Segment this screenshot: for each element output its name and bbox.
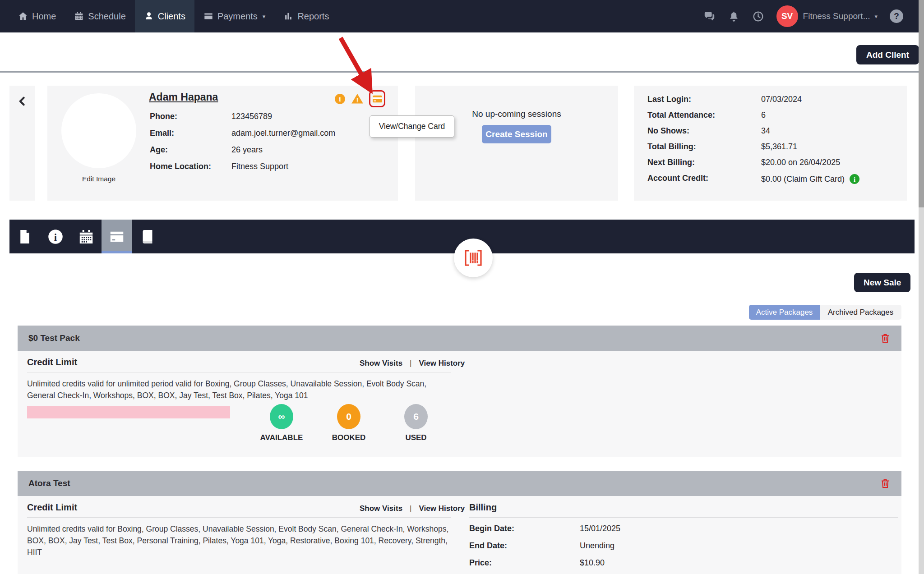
add-client-label: Add Client xyxy=(866,50,909,60)
nav-item-reports[interactable]: Reports xyxy=(274,0,338,32)
avatar[interactable]: SV xyxy=(776,5,798,27)
package-header: Atora Test xyxy=(18,471,901,496)
billing-heading: Billing xyxy=(469,502,497,513)
new-sale-button[interactable]: New Sale xyxy=(854,273,910,292)
account-label: Fitness Support... xyxy=(803,11,870,21)
nav-item-label: Clients xyxy=(158,11,185,22)
field-label: Age: xyxy=(150,145,231,155)
bell-icon[interactable] xyxy=(728,10,740,23)
stat-value: 07/03/2024 xyxy=(761,95,860,104)
barcode-badge[interactable] xyxy=(454,239,493,277)
header-divider xyxy=(0,71,924,73)
info-icon[interactable]: i xyxy=(334,93,346,105)
profile-status-icons: i ! xyxy=(334,90,385,107)
create-session-button[interactable]: Create Session xyxy=(482,125,551,143)
navbar-right: SV Fitness Support... ▾ ? xyxy=(703,0,924,32)
gift-card-info-icon[interactable]: i xyxy=(849,174,860,184)
counter-label: BOOKED xyxy=(324,433,374,442)
field-value: 123456789 xyxy=(231,112,335,121)
warning-icon[interactable]: ! xyxy=(351,92,364,105)
nav-item-schedule[interactable]: Schedule xyxy=(65,0,134,32)
card-icon xyxy=(203,11,213,21)
chevron-down-icon: ▾ xyxy=(263,13,266,20)
tab-notes[interactable] xyxy=(132,220,163,253)
bar-chart-icon xyxy=(283,11,293,21)
credit-limit-heading: Credit Limit xyxy=(27,357,77,367)
active-packages-tab[interactable]: Active Packages xyxy=(749,305,820,320)
file-icon xyxy=(17,229,33,245)
svg-text:!: ! xyxy=(356,96,359,104)
stat-label: Next Billing: xyxy=(647,158,761,167)
profile-fields: Phone: 123456789 Email: adam.joel.turner… xyxy=(150,112,335,171)
archived-packages-tab[interactable]: Archived Packages xyxy=(820,305,901,320)
billing-label: Begin Date: xyxy=(469,524,580,533)
stat-label: Last Login: xyxy=(647,95,761,104)
client-name[interactable]: Adam Hapana xyxy=(149,91,218,103)
billing-value: Unending xyxy=(580,541,620,551)
svg-text:i: i xyxy=(339,95,341,103)
edit-image-link[interactable]: Edit Image xyxy=(61,175,136,183)
field-value: 26 years xyxy=(231,145,335,155)
nav-item-label: Payments xyxy=(217,11,258,22)
stat-label: No Shows: xyxy=(647,126,761,136)
credit-limit-heading: Credit Limit xyxy=(27,502,77,513)
account-menu[interactable]: Fitness Support... ▾ xyxy=(803,11,878,21)
chevron-left-icon xyxy=(17,96,28,107)
new-sale-label: New Sale xyxy=(864,278,901,288)
help-button[interactable]: ? xyxy=(890,9,903,23)
svg-text:i: i xyxy=(854,176,855,183)
package-title: Atora Test xyxy=(28,478,70,488)
field-label: Phone: xyxy=(150,112,231,121)
nav-item-home[interactable]: Home xyxy=(9,0,65,32)
nav-item-label: Schedule xyxy=(88,11,125,22)
svg-text:i: i xyxy=(54,231,57,243)
section-divider xyxy=(27,517,451,518)
tab-packages[interactable] xyxy=(102,220,132,253)
package-description: Unlimited credits valid for unlimited pe… xyxy=(27,378,450,401)
billing-label: Price: xyxy=(469,558,580,568)
avatar-initials: SV xyxy=(781,11,793,21)
field-label: Home Location: xyxy=(150,162,231,171)
view-change-card-tooltip: View/Change Card xyxy=(370,115,454,138)
nav-item-payments[interactable]: Payments ▾ xyxy=(194,0,274,32)
tab-schedule[interactable] xyxy=(71,220,102,253)
credit-card-icon xyxy=(109,229,125,245)
scrollbar-thumb[interactable] xyxy=(919,0,924,207)
vertical-scrollbar[interactable] xyxy=(919,0,924,574)
field-value: Fitness Support xyxy=(231,162,335,171)
package-body: Credit Limit Show Visits | View History … xyxy=(18,496,901,574)
chevron-down-icon: ▾ xyxy=(874,13,878,20)
view-history-link[interactable]: View History xyxy=(419,504,465,513)
booked-counter: 0 BOOKED xyxy=(324,404,374,442)
view-history-link[interactable]: View History xyxy=(419,359,465,368)
chat-icon[interactable] xyxy=(703,10,716,23)
nav-item-clients[interactable]: Clients xyxy=(135,0,194,32)
package-description: Unlimited credits valid for Boxing, Grou… xyxy=(27,523,450,558)
package-links: Show Visits | View History xyxy=(360,504,465,513)
stat-label: Account Credit: xyxy=(647,174,761,184)
profile-photo-placeholder xyxy=(61,93,136,168)
clock-icon[interactable] xyxy=(752,10,764,23)
used-count: 6 xyxy=(404,404,428,429)
account-credit-value[interactable]: $0.00 (Claim Gift Card) xyxy=(761,174,845,184)
home-icon xyxy=(18,11,28,21)
back-panel[interactable] xyxy=(9,86,35,201)
trash-icon[interactable] xyxy=(880,333,891,344)
show-visits-link[interactable]: Show Visits xyxy=(360,359,402,368)
show-visits-link[interactable]: Show Visits xyxy=(360,504,402,513)
add-client-button[interactable]: Add Client xyxy=(856,45,919,64)
credit-card-icon xyxy=(372,93,383,105)
field-label: Email: xyxy=(150,129,231,138)
view-change-card-button[interactable] xyxy=(369,90,385,107)
client-profile-page: Home Schedule Clients Payments ▾ Reports… xyxy=(0,0,924,574)
trash-icon[interactable] xyxy=(880,478,891,489)
package-header: $0 Test Pack xyxy=(18,326,901,351)
tab-info[interactable]: i xyxy=(40,220,71,253)
links-divider: | xyxy=(410,504,411,513)
barcode-icon xyxy=(463,248,484,268)
credit-progress-bar xyxy=(27,406,230,418)
package-title: $0 Test Pack xyxy=(28,333,80,343)
person-icon xyxy=(144,11,154,21)
section-divider xyxy=(469,517,898,518)
tab-documents[interactable] xyxy=(9,220,40,253)
